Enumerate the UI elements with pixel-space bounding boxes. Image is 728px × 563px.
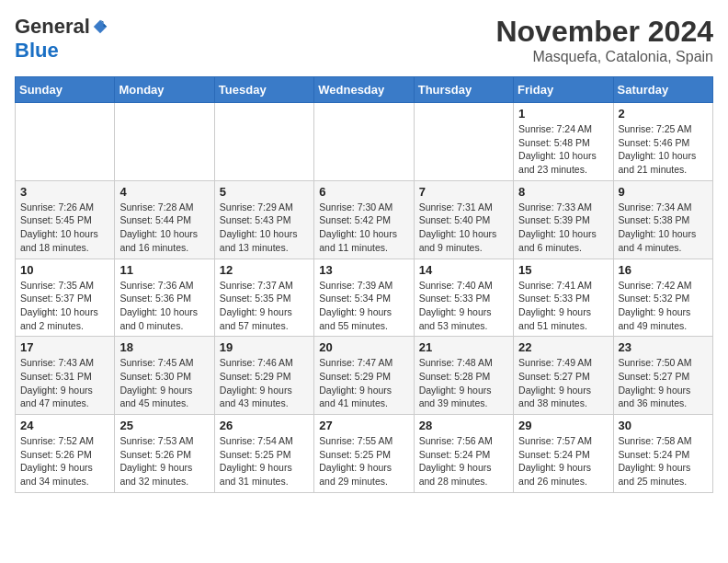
calendar-cell: 30Sunrise: 7:58 AM Sunset: 5:24 PM Dayli… [613, 415, 712, 493]
calendar-cell: 20Sunrise: 7:47 AM Sunset: 5:29 PM Dayli… [314, 337, 414, 415]
weekday-header: Monday [115, 77, 214, 103]
day-info: Sunrise: 7:37 AM Sunset: 5:35 PM Dayligh… [220, 279, 309, 333]
day-info: Sunrise: 7:41 AM Sunset: 5:33 PM Dayligh… [518, 279, 608, 333]
calendar-week-row: 3Sunrise: 7:26 AM Sunset: 5:45 PM Daylig… [16, 180, 713, 259]
day-info: Sunrise: 7:55 AM Sunset: 5:25 PM Dayligh… [319, 434, 408, 488]
day-number: 6 [319, 185, 408, 199]
calendar-cell: 3Sunrise: 7:26 AM Sunset: 5:45 PM Daylig… [16, 180, 115, 259]
calendar: SundayMondayTuesdayWednesdayThursdayFrid… [15, 76, 713, 493]
day-number: 3 [20, 185, 109, 199]
day-info: Sunrise: 7:29 AM Sunset: 5:43 PM Dayligh… [220, 201, 309, 255]
logo: General Blue [15, 15, 108, 63]
day-number: 27 [319, 419, 408, 432]
month-title: November 2024 [495, 15, 713, 49]
logo-general: General [15, 15, 90, 39]
calendar-week-row: 10Sunrise: 7:35 AM Sunset: 5:37 PM Dayli… [16, 259, 713, 337]
calendar-cell [214, 103, 313, 181]
weekday-header: Wednesday [314, 77, 414, 103]
calendar-cell: 8Sunrise: 7:33 AM Sunset: 5:39 PM Daylig… [514, 180, 613, 259]
logo-icon [92, 18, 108, 35]
calendar-week-row: 17Sunrise: 7:43 AM Sunset: 5:31 PM Dayli… [16, 337, 713, 415]
day-info: Sunrise: 7:56 AM Sunset: 5:24 PM Dayligh… [419, 434, 508, 488]
day-number: 28 [419, 419, 508, 432]
calendar-cell: 19Sunrise: 7:46 AM Sunset: 5:29 PM Dayli… [214, 337, 313, 415]
day-number: 17 [20, 340, 109, 354]
calendar-body: 1Sunrise: 7:24 AM Sunset: 5:48 PM Daylig… [16, 103, 713, 493]
weekday-row: SundayMondayTuesdayWednesdayThursdayFrid… [16, 77, 713, 103]
weekday-header: Thursday [414, 77, 513, 103]
day-info: Sunrise: 7:42 AM Sunset: 5:32 PM Dayligh… [619, 279, 708, 333]
day-number: 9 [619, 185, 708, 199]
calendar-cell [314, 103, 414, 181]
calendar-cell: 21Sunrise: 7:48 AM Sunset: 5:28 PM Dayli… [414, 337, 513, 415]
day-number: 1 [518, 107, 608, 121]
day-number: 30 [619, 419, 708, 432]
calendar-cell: 15Sunrise: 7:41 AM Sunset: 5:33 PM Dayli… [514, 259, 613, 337]
day-info: Sunrise: 7:26 AM Sunset: 5:45 PM Dayligh… [20, 201, 109, 255]
weekday-header: Tuesday [214, 77, 313, 103]
day-info: Sunrise: 7:35 AM Sunset: 5:37 PM Dayligh… [20, 279, 109, 333]
weekday-header: Friday [514, 77, 613, 103]
calendar-cell: 2Sunrise: 7:25 AM Sunset: 5:46 PM Daylig… [613, 103, 712, 181]
calendar-cell: 10Sunrise: 7:35 AM Sunset: 5:37 PM Dayli… [16, 259, 115, 337]
day-number: 7 [419, 185, 508, 199]
weekday-header: Saturday [613, 77, 712, 103]
day-number: 5 [220, 185, 309, 199]
calendar-header: SundayMondayTuesdayWednesdayThursdayFrid… [16, 77, 713, 103]
calendar-cell: 16Sunrise: 7:42 AM Sunset: 5:32 PM Dayli… [613, 259, 712, 337]
logo-blue: Blue [15, 39, 59, 62]
day-info: Sunrise: 7:40 AM Sunset: 5:33 PM Dayligh… [419, 279, 508, 333]
day-info: Sunrise: 7:47 AM Sunset: 5:29 PM Dayligh… [319, 356, 408, 410]
calendar-cell: 27Sunrise: 7:55 AM Sunset: 5:25 PM Dayli… [314, 415, 414, 493]
calendar-cell: 18Sunrise: 7:45 AM Sunset: 5:30 PM Dayli… [115, 337, 214, 415]
calendar-cell: 28Sunrise: 7:56 AM Sunset: 5:24 PM Dayli… [414, 415, 513, 493]
calendar-cell: 13Sunrise: 7:39 AM Sunset: 5:34 PM Dayli… [314, 259, 414, 337]
day-number: 13 [319, 263, 408, 277]
day-info: Sunrise: 7:30 AM Sunset: 5:42 PM Dayligh… [319, 201, 408, 255]
calendar-cell: 23Sunrise: 7:50 AM Sunset: 5:27 PM Dayli… [613, 337, 712, 415]
calendar-cell: 9Sunrise: 7:34 AM Sunset: 5:38 PM Daylig… [613, 180, 712, 259]
day-info: Sunrise: 7:24 AM Sunset: 5:48 PM Dayligh… [518, 122, 608, 177]
day-number: 19 [220, 340, 309, 354]
calendar-cell [16, 103, 115, 181]
calendar-cell: 1Sunrise: 7:24 AM Sunset: 5:48 PM Daylig… [514, 103, 613, 181]
calendar-week-row: 1Sunrise: 7:24 AM Sunset: 5:48 PM Daylig… [16, 103, 713, 181]
day-number: 15 [518, 263, 608, 277]
day-number: 18 [119, 340, 209, 354]
day-number: 29 [518, 419, 608, 432]
day-number: 16 [619, 263, 708, 277]
day-number: 14 [419, 263, 508, 277]
day-info: Sunrise: 7:54 AM Sunset: 5:25 PM Dayligh… [220, 434, 309, 488]
day-number: 22 [518, 340, 608, 354]
calendar-cell: 22Sunrise: 7:49 AM Sunset: 5:27 PM Dayli… [514, 337, 613, 415]
day-number: 21 [419, 340, 508, 354]
day-number: 23 [619, 340, 708, 354]
calendar-cell [414, 103, 513, 181]
calendar-cell: 17Sunrise: 7:43 AM Sunset: 5:31 PM Dayli… [16, 337, 115, 415]
calendar-week-row: 24Sunrise: 7:52 AM Sunset: 5:26 PM Dayli… [16, 415, 713, 493]
day-number: 26 [220, 419, 309, 432]
day-number: 8 [518, 185, 608, 199]
calendar-cell: 11Sunrise: 7:36 AM Sunset: 5:36 PM Dayli… [115, 259, 214, 337]
day-info: Sunrise: 7:34 AM Sunset: 5:38 PM Dayligh… [619, 201, 708, 255]
day-info: Sunrise: 7:49 AM Sunset: 5:27 PM Dayligh… [518, 356, 608, 410]
day-info: Sunrise: 7:39 AM Sunset: 5:34 PM Dayligh… [319, 279, 408, 333]
calendar-cell: 24Sunrise: 7:52 AM Sunset: 5:26 PM Dayli… [16, 415, 115, 493]
location: Masquefa, Catalonia, Spain [495, 49, 713, 65]
calendar-cell: 25Sunrise: 7:53 AM Sunset: 5:26 PM Dayli… [115, 415, 214, 493]
day-info: Sunrise: 7:33 AM Sunset: 5:39 PM Dayligh… [518, 201, 608, 255]
calendar-cell: 5Sunrise: 7:29 AM Sunset: 5:43 PM Daylig… [214, 180, 313, 259]
title-block: November 2024 Masquefa, Catalonia, Spain [495, 15, 713, 65]
day-number: 11 [119, 263, 209, 277]
day-number: 2 [619, 107, 708, 121]
calendar-cell: 7Sunrise: 7:31 AM Sunset: 5:40 PM Daylig… [414, 180, 513, 259]
day-info: Sunrise: 7:52 AM Sunset: 5:26 PM Dayligh… [20, 434, 109, 488]
calendar-cell [115, 103, 214, 181]
calendar-cell: 26Sunrise: 7:54 AM Sunset: 5:25 PM Dayli… [214, 415, 313, 493]
calendar-cell: 12Sunrise: 7:37 AM Sunset: 5:35 PM Dayli… [214, 259, 313, 337]
day-info: Sunrise: 7:50 AM Sunset: 5:27 PM Dayligh… [619, 356, 708, 410]
day-info: Sunrise: 7:57 AM Sunset: 5:24 PM Dayligh… [518, 434, 608, 488]
day-number: 4 [119, 185, 209, 199]
day-info: Sunrise: 7:45 AM Sunset: 5:30 PM Dayligh… [119, 356, 209, 410]
day-info: Sunrise: 7:46 AM Sunset: 5:29 PM Dayligh… [220, 356, 309, 410]
